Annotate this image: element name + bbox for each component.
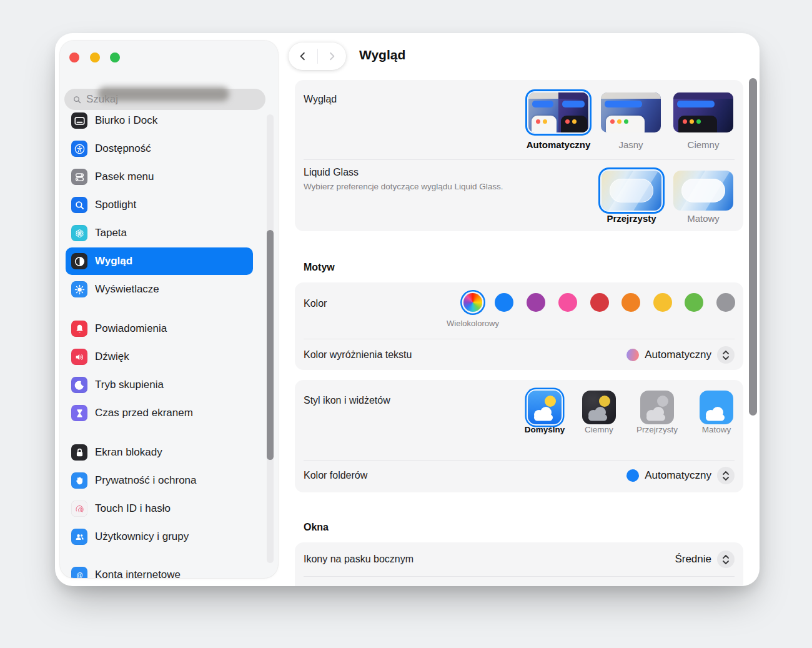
sidebar-item-prywatnosc-i-ochrona[interactable]: Prywatność i ochrona <box>66 467 253 494</box>
dock-icon <box>71 112 87 129</box>
okna-header: Okna <box>304 522 329 533</box>
appearance-option-automatyczny[interactable] <box>528 92 588 132</box>
accent-text-label: Kolor wyróżnienia tekstu <box>304 349 412 361</box>
desktop: { "window": { "accent_color": "#0a7bf5" … <box>0 0 812 648</box>
sidebar-item-touch-id-i-haslo[interactable]: Touch ID i hasło <box>66 495 253 522</box>
liquid-glass-option-label: Przejrzysty <box>591 213 672 224</box>
back-button[interactable] <box>289 42 317 70</box>
sidebar-item-spotlight[interactable]: Spotlight <box>66 191 253 219</box>
chevron-right-icon <box>326 51 337 62</box>
main-scrollbar-thumb[interactable] <box>749 78 757 416</box>
sidebar-item-dostepnosc[interactable]: Dostępność <box>66 135 253 162</box>
sidebar-item-label: Pasek menu <box>95 171 154 183</box>
color-swatch-orange[interactable] <box>621 293 640 312</box>
motyw-header: Motyw <box>304 262 335 273</box>
displays-icon <box>71 281 87 297</box>
close-button[interactable] <box>69 52 79 62</box>
divider <box>317 49 318 64</box>
users-icon <box>71 529 87 545</box>
liquid-glass-title: Liquid Glass <box>304 167 359 178</box>
color-swatch-purple[interactable] <box>527 293 545 312</box>
sidebar-item-uzytkownicy-i-grupy[interactable]: Użytkownicy i grupy <box>66 523 253 551</box>
color-swatch-pink[interactable] <box>558 293 577 312</box>
folder-color-value: Automatyczny <box>645 469 711 482</box>
focus-icon <box>71 377 87 393</box>
up-down-chevrons-icon <box>722 350 730 361</box>
appearance-option-ciemny[interactable] <box>673 92 733 132</box>
minimize-button[interactable] <box>90 52 100 62</box>
appearance-option-jasny[interactable] <box>601 92 661 132</box>
sidebar-item-label: Dostępność <box>95 142 151 155</box>
internet-accounts-icon: @ <box>71 567 87 578</box>
icon-style-option-domyslny[interactable] <box>528 391 562 424</box>
color-swatch-gray[interactable] <box>716 293 735 312</box>
sidebar-item-tryb-skupienia[interactable]: Tryb skupienia <box>66 371 253 399</box>
sidebar-item-powiadomienia[interactable]: Powiadomienia <box>66 315 253 342</box>
liquid-glass-option-label: Matowy <box>663 213 744 224</box>
theme-card: Kolor Wielokolorowy Kolor wyróżnienia te… <box>295 282 743 370</box>
folder-color-stepper[interactable] <box>717 467 735 484</box>
appearance-icon <box>71 253 87 269</box>
folder-color-control: Automatyczny <box>626 467 735 484</box>
sidebar-item-label: Czas przed ekranem <box>95 407 193 419</box>
icon-style-option-ciemny[interactable] <box>582 391 616 424</box>
sidebar-item-wyglad[interactable]: Wygląd <box>66 247 253 275</box>
divider <box>304 159 735 160</box>
kolor-label: Kolor <box>304 298 327 309</box>
liquid-glass-option-matowy[interactable] <box>673 171 733 211</box>
sidebar-item-konta-internetowe[interactable]: @ Konta internetowe <box>66 561 253 578</box>
liquid-glass-option-przejrzysty[interactable] <box>602 171 661 211</box>
accent-text-stepper[interactable] <box>717 346 735 364</box>
sidebar-item-pasek-menu[interactable]: Pasek menu <box>66 163 253 191</box>
sidebar-item-ekran-blokady[interactable]: Ekran blokady <box>66 439 253 466</box>
sidebar-scrollbar-thumb[interactable] <box>267 230 274 460</box>
wallpaper-icon <box>71 225 87 241</box>
sidebar-icons-value: Średnie <box>675 553 711 566</box>
sidebar-item-label: Dźwięk <box>95 351 129 363</box>
divider <box>304 576 735 577</box>
up-down-chevrons-icon <box>722 471 730 481</box>
sidebar-item-czas-przed-ekranem[interactable]: Czas przed ekranem <box>66 399 253 427</box>
sidebar-item-label: Spotlight <box>95 199 136 211</box>
icon-style-card: Styl ikon i widżetów Domyślny Ciemny Prz… <box>295 380 743 492</box>
accent-text-color-dot <box>626 349 639 361</box>
lock-screen-icon <box>71 444 87 461</box>
sidebar-item-label: Tapeta <box>95 227 127 239</box>
color-swatch-blue[interactable] <box>495 293 513 312</box>
icon-style-label: Styl ikon i widżetów <box>304 395 390 406</box>
sidebar-item-label: Powiadomienia <box>95 322 167 335</box>
search-icon <box>72 95 82 104</box>
multicolor-label: Wielokolorowy <box>423 319 523 328</box>
color-swatch-red[interactable] <box>590 293 609 312</box>
sidebar-icons-label: Ikony na pasku bocznym <box>304 554 413 565</box>
sidebar-icons-stepper[interactable] <box>717 551 735 568</box>
accent-text-control: Automatyczny <box>626 346 735 364</box>
divider <box>304 339 735 339</box>
sidebar-item-tapeta[interactable]: Tapeta <box>66 219 253 247</box>
sidebar-item-wyswietlacze[interactable]: Wyświetlacze <box>66 276 253 303</box>
page-title: Wygląd <box>359 47 405 62</box>
sidebar-item-label: Ekran blokady <box>95 446 162 459</box>
sidebar-item-label: Prywatność i ochrona <box>95 474 197 487</box>
sidebar-item-label: Wygląd <box>95 255 132 267</box>
touch-id-icon <box>71 501 87 517</box>
windows-card: Ikony na pasku bocznym Średnie <box>295 542 743 586</box>
redacted-blur <box>98 87 229 101</box>
forward-button[interactable] <box>317 42 346 70</box>
navigation-pill <box>289 42 346 70</box>
sidebar-item-dzwiek[interactable]: Dźwięk <box>66 343 253 371</box>
sidebar-item-biurko-i-dock[interactable]: Biurko i Dock <box>66 107 253 134</box>
folder-color-dot <box>626 469 639 482</box>
sidebar-item-label: Biurko i Dock <box>95 114 157 127</box>
sidebar: Szukaj Biurko i Dock Dostępność Pasek me… <box>60 41 278 578</box>
zoom-button[interactable] <box>110 52 120 62</box>
sidebar-item-label: Tryb skupienia <box>95 379 164 391</box>
icon-style-option-matowy[interactable] <box>700 391 733 424</box>
color-swatch-green[interactable] <box>685 293 703 312</box>
spotlight-icon <box>71 197 87 213</box>
color-swatch-yellow[interactable] <box>653 293 672 312</box>
appearance-option-label: Ciemny <box>663 139 744 150</box>
svg-text:@: @ <box>76 572 82 578</box>
color-swatch-multicolor[interactable] <box>463 293 482 312</box>
icon-style-option-przejrzysty[interactable] <box>640 391 674 424</box>
